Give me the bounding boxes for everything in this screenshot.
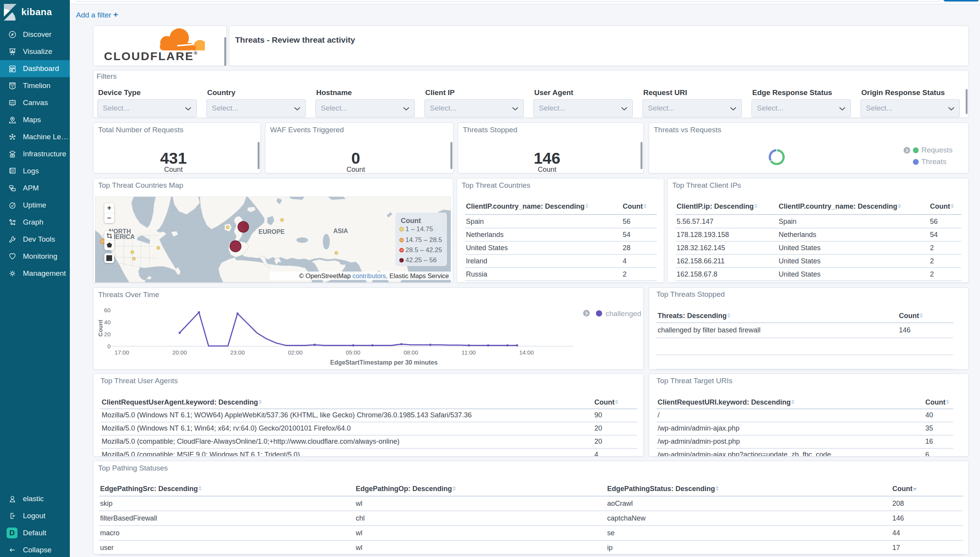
svg-text:42.25 – 56: 42.25 – 56 (405, 256, 436, 264)
svg-text:Count: Count (401, 217, 421, 225)
svg-text:14.75 – 28.5: 14.75 – 28.5 (405, 236, 442, 244)
svg-text:ASIA: ASIA (333, 228, 348, 234)
svg-text:28.5 – 42.25: 28.5 – 42.25 (405, 246, 442, 254)
svg-text:1 – 14.75: 1 – 14.75 (405, 225, 433, 233)
svg-text:EUROPE: EUROPE (258, 228, 285, 235)
svg-text:© OpenStreetMap contributors,: © OpenStreetMap contributors, Elastic Ma… (299, 272, 449, 279)
